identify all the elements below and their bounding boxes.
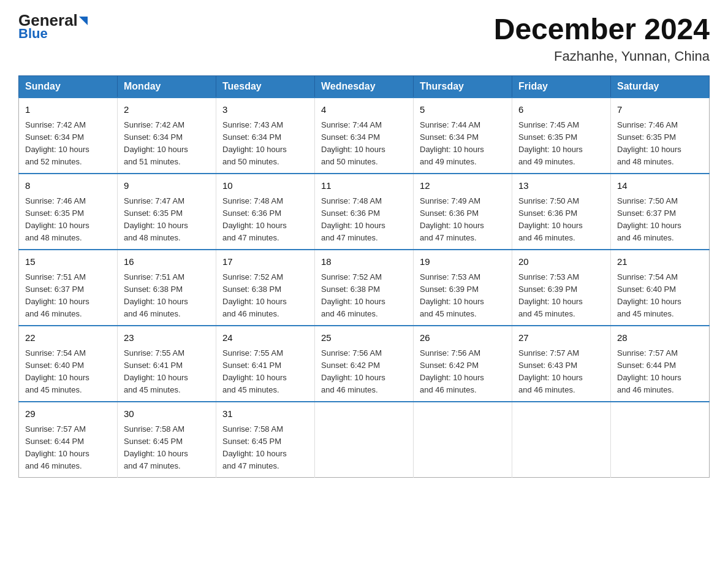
day-info: Sunrise: 7:44 AMSunset: 6:34 PMDaylight:… <box>321 120 385 166</box>
day-number: 18 <box>321 255 407 269</box>
day-info: Sunrise: 7:58 AMSunset: 6:45 PMDaylight:… <box>222 424 287 470</box>
day-number: 28 <box>617 331 703 345</box>
day-info: Sunrise: 7:51 AMSunset: 6:38 PMDaylight:… <box>124 272 188 318</box>
calendar-cell: 31 Sunrise: 7:58 AMSunset: 6:45 PMDaylig… <box>216 402 315 478</box>
calendar-cell <box>315 402 414 478</box>
calendar-cell: 22 Sunrise: 7:54 AMSunset: 6:40 PMDaylig… <box>19 326 118 402</box>
calendar-week-row: 15 Sunrise: 7:51 AMSunset: 6:37 PMDaylig… <box>19 250 710 326</box>
day-number: 11 <box>321 179 407 193</box>
calendar-cell: 11 Sunrise: 7:48 AMSunset: 6:36 PMDaylig… <box>315 174 414 250</box>
day-number: 21 <box>617 255 703 269</box>
page-header: General Blue December 2024 Fazhanhe, Yun… <box>18 12 710 64</box>
day-info: Sunrise: 7:56 AMSunset: 6:42 PMDaylight:… <box>420 348 484 394</box>
day-number: 26 <box>420 331 506 345</box>
day-info: Sunrise: 7:55 AMSunset: 6:41 PMDaylight:… <box>124 348 188 394</box>
calendar-cell: 2 Sunrise: 7:42 AMSunset: 6:34 PMDayligh… <box>118 98 216 174</box>
day-number: 9 <box>124 179 210 193</box>
logo-text-blue: Blue <box>18 26 48 42</box>
calendar-cell: 17 Sunrise: 7:52 AMSunset: 6:38 PMDaylig… <box>216 250 315 326</box>
calendar-cell: 3 Sunrise: 7:43 AMSunset: 6:34 PMDayligh… <box>216 98 315 174</box>
day-of-week-header: Friday <box>512 76 611 98</box>
day-info: Sunrise: 7:47 AMSunset: 6:35 PMDaylight:… <box>124 196 188 242</box>
calendar-cell: 30 Sunrise: 7:58 AMSunset: 6:45 PMDaylig… <box>118 402 216 478</box>
calendar-cell: 24 Sunrise: 7:55 AMSunset: 6:41 PMDaylig… <box>216 326 315 402</box>
logo-arrow-icon <box>79 17 88 25</box>
title-block: December 2024 Fazhanhe, Yunnan, China <box>494 12 710 64</box>
day-number: 17 <box>222 255 308 269</box>
day-info: Sunrise: 7:42 AMSunset: 6:34 PMDaylight:… <box>25 120 89 166</box>
day-of-week-header: Sunday <box>19 76 118 98</box>
day-info: Sunrise: 7:57 AMSunset: 6:44 PMDaylight:… <box>25 424 89 470</box>
day-number: 1 <box>25 103 111 117</box>
day-info: Sunrise: 7:46 AMSunset: 6:35 PMDaylight:… <box>25 196 89 242</box>
day-of-week-header: Wednesday <box>315 76 414 98</box>
calendar-cell: 9 Sunrise: 7:47 AMSunset: 6:35 PMDayligh… <box>118 174 216 250</box>
calendar-cell: 14 Sunrise: 7:50 AMSunset: 6:37 PMDaylig… <box>611 174 710 250</box>
day-info: Sunrise: 7:45 AMSunset: 6:35 PMDaylight:… <box>518 120 583 166</box>
calendar-table: SundayMondayTuesdayWednesdayThursdayFrid… <box>18 75 710 478</box>
day-info: Sunrise: 7:54 AMSunset: 6:40 PMDaylight:… <box>25 348 89 394</box>
day-info: Sunrise: 7:50 AMSunset: 6:36 PMDaylight:… <box>518 196 583 242</box>
calendar-header-row: SundayMondayTuesdayWednesdayThursdayFrid… <box>19 76 710 98</box>
day-number: 22 <box>25 331 111 345</box>
calendar-cell: 10 Sunrise: 7:48 AMSunset: 6:36 PMDaylig… <box>216 174 315 250</box>
calendar-cell: 25 Sunrise: 7:56 AMSunset: 6:42 PMDaylig… <box>315 326 414 402</box>
calendar-cell: 1 Sunrise: 7:42 AMSunset: 6:34 PMDayligh… <box>19 98 118 174</box>
day-info: Sunrise: 7:55 AMSunset: 6:41 PMDaylight:… <box>222 348 287 394</box>
day-number: 24 <box>222 331 308 345</box>
day-of-week-header: Monday <box>118 76 216 98</box>
day-info: Sunrise: 7:58 AMSunset: 6:45 PMDaylight:… <box>124 424 188 470</box>
day-info: Sunrise: 7:52 AMSunset: 6:38 PMDaylight:… <box>222 272 287 318</box>
calendar-cell: 6 Sunrise: 7:45 AMSunset: 6:35 PMDayligh… <box>512 98 611 174</box>
calendar-cell: 7 Sunrise: 7:46 AMSunset: 6:35 PMDayligh… <box>611 98 710 174</box>
calendar-cell: 21 Sunrise: 7:54 AMSunset: 6:40 PMDaylig… <box>611 250 710 326</box>
logo: General Blue <box>18 12 88 42</box>
calendar-cell: 19 Sunrise: 7:53 AMSunset: 6:39 PMDaylig… <box>414 250 512 326</box>
day-info: Sunrise: 7:49 AMSunset: 6:36 PMDaylight:… <box>420 196 484 242</box>
calendar-week-row: 22 Sunrise: 7:54 AMSunset: 6:40 PMDaylig… <box>19 326 710 402</box>
calendar-cell: 29 Sunrise: 7:57 AMSunset: 6:44 PMDaylig… <box>19 402 118 478</box>
calendar-cell: 15 Sunrise: 7:51 AMSunset: 6:37 PMDaylig… <box>19 250 118 326</box>
day-info: Sunrise: 7:48 AMSunset: 6:36 PMDaylight:… <box>321 196 385 242</box>
calendar-cell <box>512 402 611 478</box>
day-number: 27 <box>518 331 604 345</box>
location-title: Fazhanhe, Yunnan, China <box>494 48 710 64</box>
day-info: Sunrise: 7:57 AMSunset: 6:44 PMDaylight:… <box>617 348 681 394</box>
day-number: 3 <box>222 103 308 117</box>
day-of-week-header: Saturday <box>611 76 710 98</box>
day-info: Sunrise: 7:46 AMSunset: 6:35 PMDaylight:… <box>617 120 681 166</box>
day-number: 19 <box>420 255 506 269</box>
day-info: Sunrise: 7:57 AMSunset: 6:43 PMDaylight:… <box>518 348 583 394</box>
day-number: 5 <box>420 103 506 117</box>
calendar-cell: 23 Sunrise: 7:55 AMSunset: 6:41 PMDaylig… <box>118 326 216 402</box>
day-info: Sunrise: 7:53 AMSunset: 6:39 PMDaylight:… <box>420 272 484 318</box>
day-number: 25 <box>321 331 407 345</box>
calendar-cell <box>611 402 710 478</box>
day-number: 6 <box>518 103 604 117</box>
month-title: December 2024 <box>494 12 710 46</box>
day-info: Sunrise: 7:51 AMSunset: 6:37 PMDaylight:… <box>25 272 89 318</box>
day-info: Sunrise: 7:53 AMSunset: 6:39 PMDaylight:… <box>518 272 583 318</box>
calendar-week-row: 29 Sunrise: 7:57 AMSunset: 6:44 PMDaylig… <box>19 402 710 478</box>
day-number: 8 <box>25 179 111 193</box>
calendar-cell <box>414 402 512 478</box>
calendar-cell: 18 Sunrise: 7:52 AMSunset: 6:38 PMDaylig… <box>315 250 414 326</box>
day-info: Sunrise: 7:56 AMSunset: 6:42 PMDaylight:… <box>321 348 385 394</box>
calendar-cell: 20 Sunrise: 7:53 AMSunset: 6:39 PMDaylig… <box>512 250 611 326</box>
calendar-cell: 5 Sunrise: 7:44 AMSunset: 6:34 PMDayligh… <box>414 98 512 174</box>
day-info: Sunrise: 7:48 AMSunset: 6:36 PMDaylight:… <box>222 196 287 242</box>
day-number: 7 <box>617 103 703 117</box>
day-number: 12 <box>420 179 506 193</box>
calendar-cell: 12 Sunrise: 7:49 AMSunset: 6:36 PMDaylig… <box>414 174 512 250</box>
day-number: 2 <box>124 103 210 117</box>
calendar-cell: 28 Sunrise: 7:57 AMSunset: 6:44 PMDaylig… <box>611 326 710 402</box>
day-info: Sunrise: 7:52 AMSunset: 6:38 PMDaylight:… <box>321 272 385 318</box>
calendar-cell: 26 Sunrise: 7:56 AMSunset: 6:42 PMDaylig… <box>414 326 512 402</box>
calendar-week-row: 8 Sunrise: 7:46 AMSunset: 6:35 PMDayligh… <box>19 174 710 250</box>
day-number: 13 <box>518 179 604 193</box>
day-of-week-header: Tuesday <box>216 76 315 98</box>
day-number: 10 <box>222 179 308 193</box>
day-number: 4 <box>321 103 407 117</box>
day-number: 15 <box>25 255 111 269</box>
calendar-cell: 13 Sunrise: 7:50 AMSunset: 6:36 PMDaylig… <box>512 174 611 250</box>
